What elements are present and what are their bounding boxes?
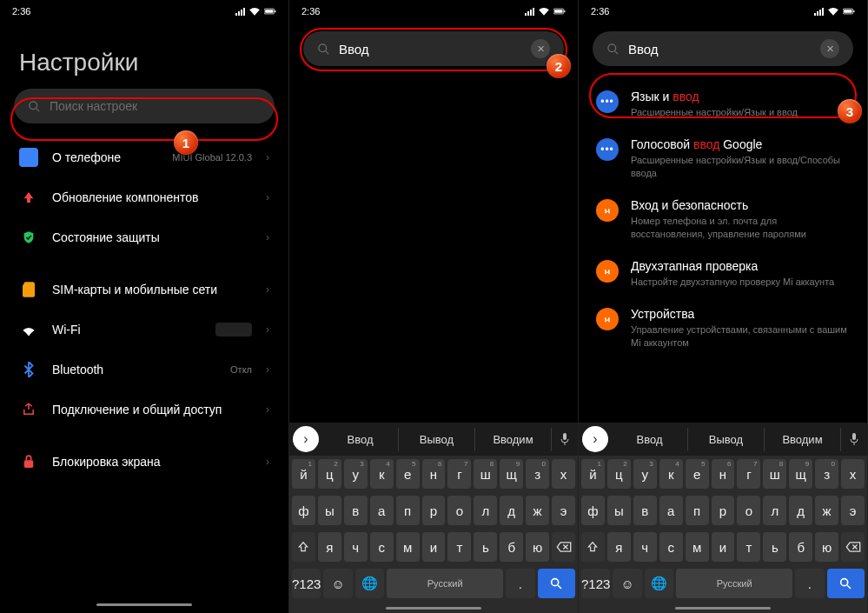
key-shift[interactable]	[292, 532, 315, 562]
nav-handle[interactable]	[386, 607, 481, 610]
suggestion[interactable]: Ввод	[612, 428, 688, 451]
search-field[interactable]	[339, 42, 522, 57]
key-д[interactable]: д	[789, 496, 812, 525]
item-bluetooth[interactable]: Bluetooth Откл ›	[0, 350, 288, 390]
key-ш[interactable]: ш8	[763, 459, 786, 489]
key-о[interactable]: о	[447, 496, 471, 525]
key-г[interactable]: г7	[447, 459, 471, 489]
key-э[interactable]: э	[552, 496, 575, 525]
key-л[interactable]: л	[763, 496, 786, 525]
key-ю[interactable]: ю	[526, 532, 549, 562]
key-и[interactable]: и	[422, 532, 446, 562]
result-item[interactable]: •••Язык и вводРасширенные настройки/Язык…	[579, 80, 867, 128]
key-о[interactable]: о	[737, 496, 760, 525]
key-й[interactable]: й1	[292, 459, 315, 489]
key-symbols[interactable]: ?123	[581, 569, 610, 598]
key-х[interactable]: х	[552, 459, 575, 489]
key-у[interactable]: у3	[344, 459, 368, 489]
key-щ[interactable]: щ9	[789, 459, 812, 489]
key-у[interactable]: у3	[633, 459, 657, 489]
result-item[interactable]: ⲙУстройстваУправление устройствами, связ…	[579, 297, 867, 358]
result-item[interactable]: ⲙДвухэтапная проверкаНастройте двухэтапн…	[579, 250, 867, 297]
key-backspace[interactable]	[841, 532, 865, 562]
result-item[interactable]: ⲙВход и безопасностьНомер телефона и эл.…	[579, 189, 867, 250]
key-т[interactable]: т	[447, 532, 471, 562]
key-search[interactable]	[827, 569, 865, 598]
key-н[interactable]: н6	[422, 459, 446, 489]
item-about-phone[interactable]: О телефоне MIUI Global 12.0.3 ›	[0, 137, 288, 177]
key-а[interactable]: а	[370, 496, 394, 525]
key-ш[interactable]: ш8	[474, 459, 497, 489]
key-backspace[interactable]	[552, 532, 575, 562]
item-sim[interactable]: SIM-карты и мобильные сети ›	[0, 270, 288, 310]
key-dot[interactable]: .	[506, 569, 534, 598]
key-space[interactable]: Русский	[387, 569, 503, 598]
clear-icon[interactable]: ✕	[820, 39, 839, 58]
key-в[interactable]: в	[344, 496, 368, 525]
key-ж[interactable]: ж	[526, 496, 549, 525]
key-с[interactable]: с	[659, 532, 683, 562]
key-и[interactable]: и	[712, 532, 735, 562]
key-д[interactable]: д	[500, 496, 523, 525]
key-search[interactable]	[538, 569, 575, 598]
key-ы[interactable]: ы	[318, 496, 341, 525]
expand-icon[interactable]: ›	[293, 426, 319, 452]
key-б[interactable]: б	[500, 532, 523, 562]
search-input[interactable]: ✕	[303, 31, 564, 66]
suggestion[interactable]: Вводим	[475, 428, 552, 451]
key-п[interactable]: п	[686, 496, 709, 525]
key-emoji[interactable]: ☺	[613, 569, 641, 598]
key-shift[interactable]	[581, 532, 605, 562]
key-е[interactable]: е5	[396, 459, 420, 489]
key-н[interactable]: н6	[712, 459, 735, 489]
item-sharing[interactable]: Подключение и общий доступ ›	[0, 390, 288, 430]
key-л[interactable]: л	[474, 496, 497, 525]
key-а[interactable]: а	[659, 496, 683, 525]
key-ю[interactable]: ю	[815, 532, 838, 562]
key-я[interactable]: я	[318, 532, 341, 562]
key-к[interactable]: к4	[370, 459, 394, 489]
result-item[interactable]: •••Голосовой ввод GoogleРасширенные наст…	[579, 128, 867, 189]
key-з[interactable]: з0	[815, 459, 838, 489]
key-х[interactable]: х	[841, 459, 865, 489]
suggestion[interactable]: Вывод	[688, 428, 765, 451]
nav-handle[interactable]	[96, 603, 192, 606]
key-р[interactable]: р	[712, 496, 735, 525]
key-dot[interactable]: .	[795, 569, 824, 598]
key-к[interactable]: к4	[659, 459, 683, 489]
key-т[interactable]: т	[737, 532, 760, 562]
key-с[interactable]: с	[370, 532, 394, 562]
key-space[interactable]: Русский	[676, 569, 792, 598]
item-wifi[interactable]: Wi-Fi ›	[0, 310, 288, 350]
key-ь[interactable]: ь	[474, 532, 497, 562]
key-я[interactable]: я	[607, 532, 631, 562]
key-ф[interactable]: ф	[292, 496, 315, 525]
key-г[interactable]: г7	[737, 459, 760, 489]
key-з[interactable]: з0	[526, 459, 549, 489]
key-lang[interactable]: 🌐	[645, 569, 673, 598]
key-ц[interactable]: ц2	[318, 459, 341, 489]
item-security[interactable]: Состояние защиты ›	[0, 217, 288, 257]
key-symbols[interactable]: ?123	[292, 569, 321, 598]
key-м[interactable]: м	[396, 532, 420, 562]
expand-icon[interactable]: ›	[582, 426, 608, 452]
suggestion[interactable]: Ввод	[322, 428, 399, 451]
key-ь[interactable]: ь	[763, 532, 786, 562]
item-updates[interactable]: Обновление компонентов ›	[0, 177, 288, 217]
key-п[interactable]: п	[396, 496, 420, 525]
key-р[interactable]: р	[422, 496, 446, 525]
key-ч[interactable]: ч	[344, 532, 368, 562]
key-е[interactable]: е5	[686, 459, 709, 489]
key-э[interactable]: э	[841, 496, 865, 525]
suggestion[interactable]: Вывод	[399, 428, 475, 451]
search-field[interactable]	[628, 42, 812, 57]
key-й[interactable]: й1	[581, 459, 605, 489]
key-ф[interactable]: ф	[581, 496, 605, 525]
key-м[interactable]: м	[686, 532, 709, 562]
key-ж[interactable]: ж	[815, 496, 838, 525]
key-lang[interactable]: 🌐	[355, 569, 384, 598]
suggestion[interactable]: Вводим	[765, 428, 841, 451]
search-input[interactable]: ✕	[593, 31, 853, 66]
item-lockscreen[interactable]: Блокировка экрана ›	[0, 442, 288, 482]
search-input[interactable]: Поиск настроек	[14, 89, 275, 123]
